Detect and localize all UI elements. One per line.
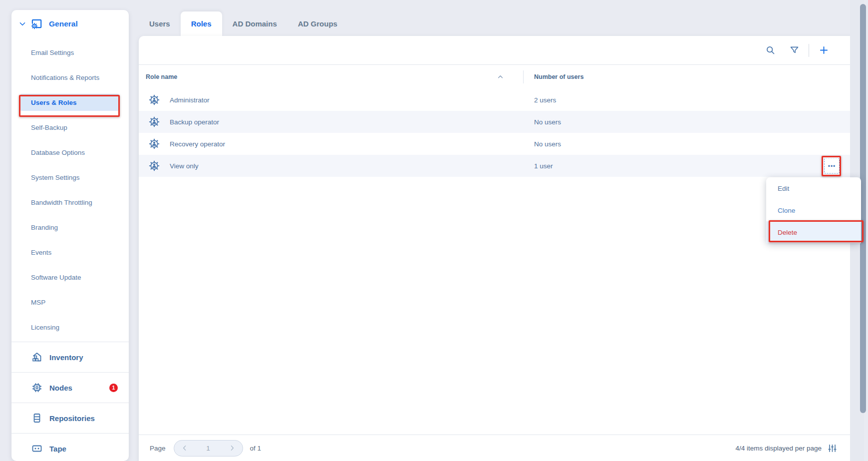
ellipsis-icon: ••• bbox=[828, 162, 836, 169]
chevron-left-icon bbox=[181, 444, 189, 452]
sidebar-item-software-update[interactable]: Software Update bbox=[11, 265, 129, 290]
role-icon bbox=[149, 160, 160, 171]
role-icon bbox=[149, 94, 160, 105]
sidebar-general-items: Email Settings Notifications & Reports U… bbox=[11, 33, 129, 340]
page-selector: 1 bbox=[174, 440, 243, 457]
tab-bar: Users Roles AD Domains AD Groups bbox=[139, 11, 348, 36]
page-label: Page bbox=[150, 445, 166, 452]
sidebar-item-email-settings[interactable]: Email Settings bbox=[11, 40, 129, 65]
sort-ascending-icon[interactable] bbox=[496, 73, 505, 81]
sidebar-item-bandwidth-throttling[interactable]: Bandwidth Throttling bbox=[11, 190, 129, 215]
sidebar-item-database-options[interactable]: Database Options bbox=[11, 140, 129, 165]
roles-table-body: Administrator 2 users Backup operator No… bbox=[139, 89, 855, 177]
general-gear-window-icon bbox=[30, 17, 43, 30]
tape-icon bbox=[31, 443, 43, 455]
sidebar-section-inventory[interactable]: Inventory bbox=[11, 342, 129, 372]
items-per-page-button[interactable] bbox=[825, 441, 840, 456]
sidebar: General Email Settings Notifications & R… bbox=[11, 10, 129, 461]
role-icon bbox=[149, 116, 160, 127]
row-actions-context-menu: Edit Clone Delete bbox=[766, 177, 861, 243]
sidebar-item-branding[interactable]: Branding bbox=[11, 215, 129, 240]
search-icon bbox=[765, 45, 776, 55]
tab-ad-groups[interactable]: AD Groups bbox=[288, 11, 348, 36]
menu-item-delete[interactable]: Delete bbox=[766, 221, 861, 243]
toolbar-divider bbox=[809, 44, 809, 57]
repositories-icon bbox=[31, 412, 43, 424]
previous-page-button[interactable] bbox=[174, 441, 195, 456]
tab-ad-domains[interactable]: AD Domains bbox=[222, 11, 288, 36]
sidebar-section-nodes[interactable]: Nodes 1 bbox=[11, 372, 129, 403]
table-row-view-only[interactable]: View only 1 user ••• bbox=[139, 155, 855, 177]
sidebar-item-msp[interactable]: MSP bbox=[11, 290, 129, 315]
column-divider bbox=[523, 70, 524, 83]
chevron-down-icon bbox=[18, 19, 27, 28]
chevron-right-icon bbox=[228, 444, 236, 452]
sidebar-item-users-roles[interactable]: Users & Roles bbox=[20, 94, 119, 111]
sidebar-group-label: General bbox=[49, 19, 78, 28]
sidebar-item-system-settings[interactable]: System Settings bbox=[11, 165, 129, 190]
menu-item-clone[interactable]: Clone bbox=[766, 199, 861, 221]
sidebar-item-self-backup[interactable]: Self-Backup bbox=[11, 115, 129, 140]
sidebar-item-notifications-reports[interactable]: Notifications & Reports bbox=[11, 65, 129, 90]
add-role-button[interactable] bbox=[815, 42, 832, 59]
tab-roles[interactable]: Roles bbox=[181, 11, 222, 36]
nodes-icon bbox=[31, 382, 43, 394]
sidebar-sections: Inventory Nodes 1 Repositories Tape bbox=[11, 342, 129, 461]
app-screen: General Email Settings Notifications & R… bbox=[0, 0, 868, 461]
table-row-recovery-operator[interactable]: Recovery operator No users bbox=[139, 133, 855, 155]
row-actions-button[interactable]: ••• bbox=[824, 158, 840, 174]
search-button[interactable] bbox=[762, 42, 779, 59]
filter-icon bbox=[789, 45, 800, 55]
sidebar-item-licensing[interactable]: Licensing bbox=[11, 315, 129, 340]
roles-panel: Role name Number of users Administrator … bbox=[139, 36, 855, 461]
page-total-label: of 1 bbox=[250, 445, 262, 452]
sidebar-section-repositories[interactable]: Repositories bbox=[11, 403, 129, 433]
pagination-summary: 4/4 items displayed per page bbox=[735, 441, 840, 456]
filter-button[interactable] bbox=[786, 42, 803, 59]
current-page-value[interactable]: 1 bbox=[195, 445, 222, 452]
menu-item-edit[interactable]: Edit bbox=[766, 177, 861, 199]
sidebar-group-general[interactable]: General bbox=[11, 10, 129, 33]
tab-users[interactable]: Users bbox=[139, 11, 181, 36]
pagination-bar: Page 1 of 1 4/4 items displayed per page bbox=[139, 435, 855, 461]
sidebar-section-tape[interactable]: Tape bbox=[11, 433, 129, 461]
items-summary-label: 4/4 items displayed per page bbox=[735, 445, 822, 452]
column-header-role-name[interactable]: Role name bbox=[146, 73, 177, 80]
roles-toolbar bbox=[139, 36, 855, 65]
nodes-alert-badge: 1 bbox=[109, 384, 118, 392]
table-row-backup-operator[interactable]: Backup operator No users bbox=[139, 111, 855, 133]
inventory-icon bbox=[31, 351, 43, 363]
sliders-icon bbox=[828, 444, 837, 453]
sidebar-item-events[interactable]: Events bbox=[11, 240, 129, 265]
column-header-number-of-users[interactable]: Number of users bbox=[534, 73, 583, 80]
table-header: Role name Number of users bbox=[139, 65, 855, 89]
table-row-administrator[interactable]: Administrator 2 users bbox=[139, 89, 855, 111]
role-icon bbox=[149, 138, 160, 149]
next-page-button[interactable] bbox=[222, 441, 243, 456]
add-icon bbox=[819, 45, 829, 55]
